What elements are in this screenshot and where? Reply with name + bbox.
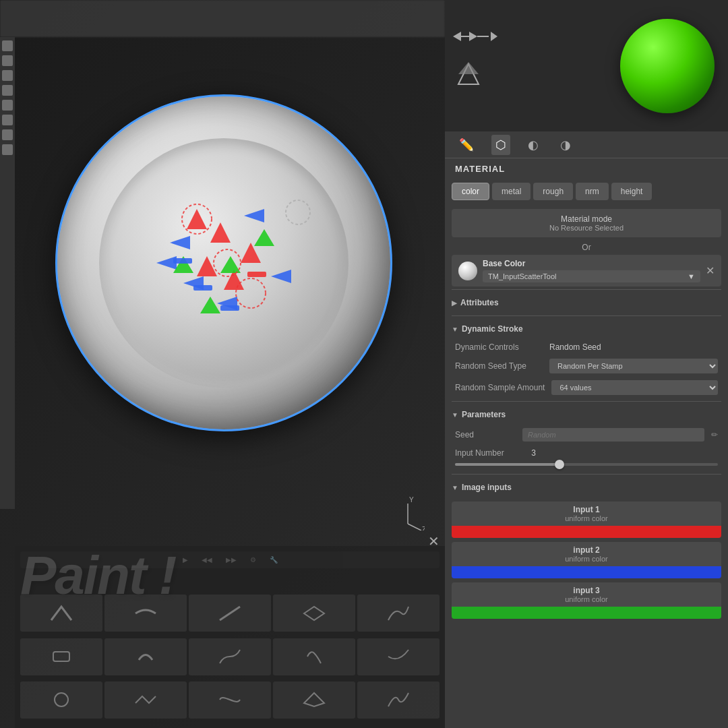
svg-rect-19 bbox=[173, 258, 192, 264]
brush-item-6[interactable] bbox=[20, 638, 102, 675]
parameters-header[interactable]: ▼ Parameters bbox=[445, 404, 728, 425]
nav-icon-2[interactable] bbox=[452, 61, 499, 92]
attributes-label: Attributes bbox=[460, 298, 499, 307]
material-header: MATERIAL bbox=[445, 158, 728, 179]
brush-item-9[interactable] bbox=[273, 638, 355, 675]
seed-row: Seed ✏ bbox=[445, 425, 728, 445]
tab-icons-row: ✏️ ⬡ ◐ ◑ bbox=[445, 131, 728, 158]
svg-marker-1 bbox=[210, 222, 231, 243]
sample-amount-select[interactable]: 64 values bbox=[551, 380, 718, 395]
attributes-arrow: ▶ bbox=[452, 299, 457, 307]
tool-8[interactable] bbox=[2, 144, 13, 155]
base-color-value: TM_InputScatterTool bbox=[488, 272, 557, 280]
brush-item-2[interactable] bbox=[104, 595, 187, 632]
tab-color[interactable]: color bbox=[452, 183, 489, 200]
parameters-arrow: ▼ bbox=[452, 411, 458, 419]
base-color-info: Base Color TM_InputScatterTool ▼ bbox=[483, 259, 700, 282]
svg-point-17 bbox=[236, 278, 266, 308]
brush-item-15[interactable] bbox=[357, 681, 439, 719]
separator-3 bbox=[452, 401, 721, 402]
svg-marker-5 bbox=[170, 236, 190, 249]
tool-6[interactable] bbox=[2, 115, 13, 125]
brush-item-8[interactable] bbox=[189, 638, 271, 675]
dropdown-chevron: ▼ bbox=[688, 272, 695, 280]
base-color-row: Base Color TM_InputScatterTool ▼ ✕ bbox=[452, 255, 721, 286]
svg-point-22 bbox=[286, 200, 310, 224]
dynamic-controls-label: Dynamic Controls bbox=[455, 342, 543, 352]
tool-2[interactable] bbox=[2, 55, 13, 66]
tab-rough[interactable]: rough bbox=[533, 183, 573, 200]
seed-type-label: Random Seed Type bbox=[455, 361, 543, 371]
base-color-close-button[interactable]: ✕ bbox=[706, 264, 715, 277]
tool-7[interactable] bbox=[2, 129, 13, 140]
brush-item-11[interactable] bbox=[20, 681, 102, 719]
right-panel: ✏️ ⬡ ◐ ◑ MATERIAL color metal rough nrm … bbox=[445, 0, 728, 728]
brush-panel-grid: ▶◀◀▶▶⚙🔧 bbox=[15, 546, 445, 728]
attributes-header[interactable]: ▶ Attributes bbox=[445, 293, 728, 313]
input-number-value: 3 bbox=[522, 448, 536, 458]
tab-height[interactable]: height bbox=[611, 183, 653, 200]
svg-marker-29 bbox=[453, 32, 461, 41]
brush-item-7[interactable] bbox=[104, 638, 187, 675]
image-input-1-color-bar bbox=[452, 526, 721, 538]
input-number-row: Input Number 3 bbox=[445, 445, 728, 461]
dynamic-stroke-arrow: ▼ bbox=[452, 326, 458, 333]
image-inputs-header[interactable]: ▼ Image inputs bbox=[445, 477, 728, 497]
top-toolbar bbox=[0, 0, 445, 37]
brush-item-5[interactable] bbox=[357, 595, 439, 632]
tool-5[interactable] bbox=[2, 100, 13, 111]
seed-input[interactable] bbox=[522, 428, 704, 442]
image-inputs-label: Image inputs bbox=[462, 483, 512, 492]
image-input-3[interactable]: input 3 uniform color bbox=[452, 582, 721, 619]
tool-3[interactable] bbox=[2, 70, 13, 81]
image-input-1-title: Input 1 bbox=[573, 505, 599, 514]
image-inputs-section: ▼ Image inputs Input 1 uniform color inp… bbox=[445, 477, 728, 619]
svg-text:Z: Z bbox=[422, 526, 425, 530]
seed-label: Seed bbox=[455, 430, 516, 439]
svg-marker-12 bbox=[220, 256, 241, 273]
slider-track[interactable] bbox=[455, 463, 718, 466]
separator-4 bbox=[452, 474, 721, 475]
svg-point-28 bbox=[55, 693, 68, 706]
tab-icon-material[interactable]: ⬡ bbox=[491, 135, 510, 155]
brush-item-14[interactable] bbox=[273, 681, 355, 719]
tab-icon-clock[interactable]: ◑ bbox=[556, 135, 575, 155]
brush-item-1[interactable] bbox=[20, 595, 102, 632]
brush-item-13[interactable] bbox=[189, 681, 271, 719]
slider-thumb[interactable] bbox=[555, 460, 564, 469]
tab-icon-settings[interactable]: ◐ bbox=[524, 135, 543, 155]
svg-marker-9 bbox=[244, 209, 264, 222]
arrows-overlay bbox=[116, 169, 332, 357]
brush-panel: ▶◀◀▶▶⚙🔧 bbox=[15, 546, 445, 728]
brush-item-10[interactable] bbox=[357, 638, 439, 675]
tool-1[interactable] bbox=[2, 40, 13, 51]
seed-edit-icon[interactable]: ✏ bbox=[711, 430, 718, 439]
tab-icon-brush[interactable]: ✏️ bbox=[455, 135, 478, 155]
brush-item-3[interactable] bbox=[189, 595, 271, 632]
dynamic-stroke-label: Dynamic Stroke bbox=[462, 324, 523, 334]
svg-marker-35 bbox=[458, 62, 479, 74]
sample-amount-row: Random Sample Amount 64 values bbox=[445, 377, 728, 398]
svg-marker-33 bbox=[491, 32, 497, 41]
brush-item-4[interactable] bbox=[273, 595, 355, 632]
dynamic-stroke-section: ▼ Dynamic Stroke Dynamic Controls Random… bbox=[445, 319, 728, 398]
svg-marker-10 bbox=[271, 270, 291, 283]
tool-4[interactable] bbox=[2, 85, 13, 96]
image-input-1-sub: uniform color bbox=[565, 514, 608, 522]
slider-fill bbox=[455, 463, 560, 466]
or-label: Or bbox=[445, 243, 728, 252]
image-input-2-title: input 2 bbox=[573, 545, 599, 555]
tool-icons-top bbox=[452, 26, 499, 92]
image-input-1[interactable]: Input 1 uniform color bbox=[452, 502, 721, 538]
dynamic-stroke-header[interactable]: ▼ Dynamic Stroke bbox=[445, 319, 728, 339]
tab-metal[interactable]: metal bbox=[492, 183, 530, 200]
brush-item-12[interactable] bbox=[104, 681, 187, 719]
seed-type-select[interactable]: Random Per Stamp bbox=[549, 359, 718, 373]
parameters-section: ▼ Parameters Seed ✏ Input Number 3 bbox=[445, 404, 728, 471]
image-input-2[interactable]: input 2 uniform color bbox=[452, 542, 721, 578]
nav-icon-1[interactable] bbox=[452, 26, 499, 51]
base-color-dropdown[interactable]: TM_InputScatterTool ▼ bbox=[483, 270, 700, 282]
separator-2 bbox=[452, 315, 721, 316]
tab-nrm[interactable]: nrm bbox=[576, 183, 609, 200]
separator-1 bbox=[452, 289, 721, 290]
